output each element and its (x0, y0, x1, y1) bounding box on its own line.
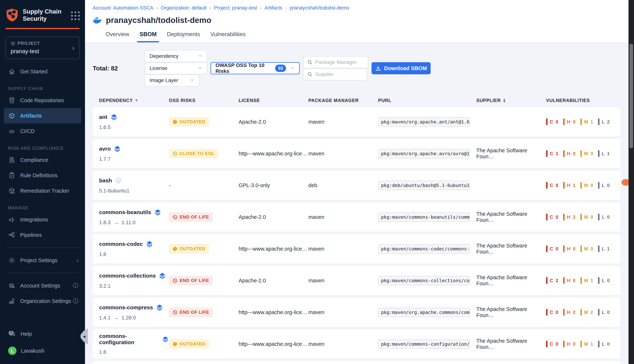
breadcrumb: Account: Automation-SSCA›Organization: d… (93, 5, 634, 11)
column-header-vulnerabilities[interactable]: VULNERABILITIES (546, 98, 620, 103)
clock-icon (173, 246, 178, 251)
purl-chip[interactable]: pkg:maven/commons-codec/commons-… (378, 244, 470, 254)
table-row[interactable]: ant 1.6.5 OUTDATED Apache-2.0 maven pkg:… (93, 107, 620, 136)
sidebar-item-label: Rule Definitions (20, 172, 58, 178)
table-row[interactable]: commons-collections 3.2.1 END OF LIFE Ap… (93, 266, 620, 295)
severity-bar (546, 246, 547, 252)
package-manager-cell: maven (308, 341, 378, 347)
breadcrumb-link[interactable]: Artifacts (264, 5, 282, 11)
sidebar-item-rule-definitions[interactable]: Rule Definitions (0, 168, 85, 183)
download-sbom-button[interactable]: Download SBOM (371, 62, 431, 74)
risk-badge: END OF LIFE (169, 212, 213, 222)
column-header-oss-risks[interactable]: OSS RISKS (169, 98, 239, 103)
sidebar-item-integrations[interactable]: Integrations (0, 212, 85, 227)
sidebar-item-artifacts[interactable]: Artifacts (4, 108, 81, 124)
severity-count: M 1 (584, 278, 594, 284)
sidebar-item-project-settings[interactable]: Project Settings› (0, 253, 85, 268)
chevron-right-icon: › (72, 44, 74, 51)
purl-chip[interactable]: pkg:deb/ubuntu/bash@5.1-6ubuntu1 (378, 181, 470, 190)
sidebar-item-get-started[interactable]: Get Started (0, 64, 85, 79)
sidebar-item-help[interactable]: ? Help (0, 326, 85, 342)
user-menu[interactable]: L Lavakush (0, 342, 85, 359)
supplier-cell: The Apache Software Foun… (476, 274, 546, 286)
severity-bar (546, 309, 547, 316)
sidebar: Supply Chain Security PROJECT pranay-tes… (0, 0, 85, 364)
sidebar-item-pipelines[interactable]: Pipelines (0, 227, 85, 243)
scrollbar-thumb[interactable] (629, 44, 633, 148)
risk-badge: OUTDATED (169, 117, 209, 126)
sidebar-item-ci-cd[interactable]: ∞CI/CD (0, 124, 85, 139)
oss-risk-cell: END OF LIFE (169, 276, 239, 285)
dependency-version: 3.2.1 (99, 283, 111, 289)
sidebar-item-label: Project Settings (20, 258, 58, 264)
table-row[interactable]: commons-configuration 1.6 OUTDATED http-… (93, 329, 620, 359)
breadcrumb-link[interactable]: Account: Automation-SSCA (93, 5, 153, 11)
sidebar-item-code-repositories[interactable]: Code Repositories (0, 93, 85, 108)
purl-chip[interactable]: pkg:maven/commons-configuration/… (378, 340, 470, 349)
table-row[interactable]: bash 5.1-6ubuntu1 - GPL-3.0-only deb pkg… (93, 170, 620, 200)
tab-vulnerabilities[interactable]: Vulnerabilities (210, 31, 246, 42)
search-input[interactable] (315, 71, 363, 77)
sort-icon[interactable]: ▲▼ (503, 98, 506, 103)
column-header-dependency[interactable]: DEPENDENCY▼ (93, 98, 169, 103)
severity-high: H 0 (563, 246, 576, 252)
help-chat-icon: ? (8, 330, 16, 338)
table-row[interactable]: commons-fileupload END OF LIFE Apache-2.… (93, 361, 620, 364)
sidebar-footer: ? Help L Lavakush (0, 325, 85, 364)
severity-bar (563, 182, 565, 188)
clipboard-check-icon (8, 172, 16, 179)
filter-select-image-layer[interactable]: Image Layer (145, 74, 199, 86)
tab-overview[interactable]: Overview (106, 31, 129, 42)
owasp-filter-select[interactable]: OWASP OSS Top 10 Risks 02 (211, 62, 300, 74)
sort-desc-icon[interactable]: ▼ (135, 98, 139, 102)
severity-bar (563, 150, 565, 157)
tab-deployments[interactable]: Deployments (167, 31, 200, 42)
layers-icon (154, 208, 161, 216)
purl-chip[interactable]: pkg:maven/org.apache.commons/com… (378, 308, 470, 317)
breadcrumb-link[interactable]: Organization: default (161, 5, 207, 11)
breadcrumb-link[interactable]: Project: pranay-test (214, 5, 257, 11)
table-row[interactable]: avro 1.7.7 CLOSE TO EOL http---www.apach… (93, 139, 620, 168)
column-header-purl[interactable]: PURL (378, 98, 476, 103)
severity-bar (563, 341, 565, 347)
sidebar-item-compliance[interactable]: Compliance (0, 152, 85, 168)
cube-icon (11, 41, 16, 46)
severity-low: L 1 (598, 246, 610, 252)
oss-risk-cell: OUTDATED (169, 117, 239, 126)
project-selector[interactable]: PROJECT pranay-test › (6, 36, 80, 59)
severity-bar (598, 182, 599, 188)
tab-sbom[interactable]: SBOM (140, 31, 157, 42)
search-input[interactable] (315, 59, 364, 65)
page-title: pranaycshah/todolist-demo (106, 16, 211, 25)
table-row[interactable]: commons-codec 1.6 OUTDATED http---www.ap… (93, 234, 620, 264)
help-label: Help (21, 331, 32, 337)
module-grid-icon[interactable] (70, 10, 80, 20)
purl-chip[interactable]: pkg:maven/org.apache.avro/avro@1… (378, 149, 470, 158)
dependency-name: commons-compress (99, 304, 153, 310)
purl-chip[interactable]: pkg:maven/commons-beanutils/comm… (378, 212, 470, 222)
table-body: ant 1.6.5 OUTDATED Apache-2.0 maven pkg:… (93, 107, 620, 364)
ban-icon (173, 310, 178, 315)
column-header-supplier[interactable]: SUPPLIER▲▼ (476, 98, 546, 103)
sidebar-nav: Get StartedSUPPLY CHAINCode Repositories… (0, 64, 85, 325)
purl-chip[interactable]: pkg:maven/org.apache.ant/ant@1.6… (378, 117, 470, 126)
sidebar-item-remediation-tracker[interactable]: Remediation Tracker (0, 183, 85, 198)
purl-chip[interactable]: pkg:maven/commons-collections/co… (378, 276, 470, 285)
column-header-license[interactable]: LICENSE (239, 98, 308, 103)
severity-bar (598, 150, 599, 157)
severity-critical: C 0 (546, 182, 559, 188)
sidebar-item-account-settings[interactable]: Account Settingsⓘ (0, 278, 85, 293)
table-row[interactable]: commons-beanutils 1.8.3→1.11.0 END OF LI… (93, 202, 620, 232)
sidebar-item-organization-settings[interactable]: Organization Settingsⓘ (0, 293, 85, 309)
filter-select-dependency[interactable]: Dependency (145, 50, 207, 62)
supplier-cell: The Apache Software Foun… (476, 243, 546, 255)
layers-icon (156, 304, 163, 311)
column-header-package-manager[interactable]: PACKAGE MANAGER (308, 98, 378, 103)
license-cell: http---www.apache.org-lice… (239, 341, 308, 347)
app-root: Supply Chain Security PROJECT pranay-tes… (0, 0, 634, 364)
breadcrumb-link[interactable]: pranaycshah/todolist-demo (290, 5, 349, 11)
severity-bar (563, 246, 565, 252)
vertical-scrollbar[interactable] (628, 0, 634, 364)
filter-select-license[interactable]: License (145, 62, 207, 74)
table-row[interactable]: commons-compress 1.4.1→1.28.0 END OF LIF… (93, 298, 620, 327)
